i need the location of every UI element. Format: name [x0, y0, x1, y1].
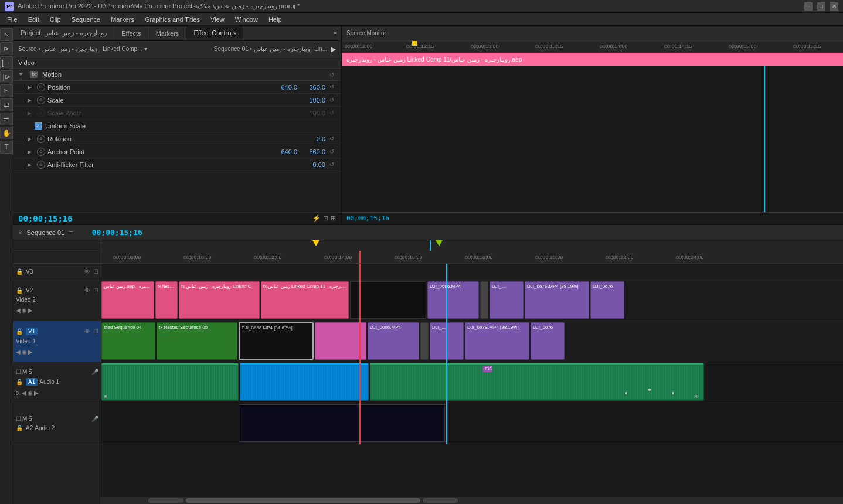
- window-controls[interactable]: ─ □ ✕: [804, 2, 838, 11]
- a1-mic[interactable]: 🎤: [91, 369, 98, 375]
- v1-clip-9[interactable]: DJI_0676: [531, 322, 565, 360]
- motion-expand[interactable]: ▼: [18, 71, 25, 77]
- v2-clip-8[interactable]: DJI_067S.MP4 [88.19%]: [525, 281, 589, 319]
- v3-camera[interactable]: ☐: [93, 268, 98, 275]
- a2-m[interactable]: M: [22, 416, 27, 422]
- menu-markers[interactable]: Markers: [106, 15, 139, 24]
- selection-tool[interactable]: ↖: [0, 28, 13, 41]
- position-x[interactable]: 640.0: [274, 84, 297, 91]
- v2-clip-1[interactable]: زمین عباس.aep - رویبارچیره: [101, 281, 154, 319]
- slip-tool[interactable]: ⇄: [0, 98, 13, 111]
- maximize-button[interactable]: □: [817, 2, 825, 11]
- ec-timecode[interactable]: 00;00;15;16: [18, 214, 73, 223]
- monitor-playhead-area[interactable]: [342, 66, 843, 212]
- v1-lock[interactable]: 🔒: [16, 328, 23, 335]
- anti-flicker-expand[interactable]: ▶: [28, 162, 35, 168]
- timeline-tab-close[interactable]: ×: [18, 229, 22, 236]
- rotation-expand[interactable]: ▶: [28, 136, 35, 142]
- scroll-thumb-right[interactable]: [423, 498, 458, 503]
- panel-menu-icon[interactable]: ≡: [330, 29, 341, 38]
- a1-s[interactable]: S: [28, 369, 32, 375]
- v2-lock[interactable]: 🔒: [16, 287, 23, 294]
- v2-camera[interactable]: ☐: [93, 287, 98, 294]
- expand-icon[interactable]: ⊞: [331, 214, 336, 222]
- tab-effect-controls[interactable]: Effect Controls: [186, 26, 243, 40]
- v2-next[interactable]: ◉: [22, 307, 27, 314]
- rotation-reset[interactable]: ↺: [328, 135, 336, 143]
- v1-clip-5[interactable]: DJI_0666.MP4: [368, 322, 419, 360]
- v1-clip-8[interactable]: DJI_067S.MP4 [88.19%]: [465, 322, 529, 360]
- zoom-tool[interactable]: T: [0, 141, 13, 154]
- track-select-tool[interactable]: ⊳: [0, 42, 13, 55]
- scale-expand[interactable]: ▶: [28, 97, 35, 103]
- menu-help[interactable]: Help: [264, 15, 287, 24]
- scale-reset[interactable]: ↺: [328, 96, 336, 104]
- anchor-point-expand[interactable]: ▶: [28, 149, 35, 155]
- timeline-ruler[interactable]: 00;00;08;00 00;00;10;00 00;00;12;00 00;0…: [101, 251, 843, 264]
- v2-clip-4[interactable]: fx زمین عباس Linked Comp 11 - رویبارچیره: [261, 281, 349, 319]
- a2-lock[interactable]: 🔒: [16, 425, 23, 431]
- rotation-value[interactable]: 0.0: [302, 135, 325, 142]
- slide-tool[interactable]: ⇌: [0, 113, 13, 125]
- v1-eye[interactable]: 👁: [84, 328, 90, 335]
- v2-clip-3[interactable]: fx رویبارچیره - زمین عباس Linked C: [179, 281, 260, 319]
- v1-camera[interactable]: ☐: [93, 328, 98, 335]
- menu-clip[interactable]: Clip: [45, 15, 66, 24]
- a1-vol[interactable]: 0.: [16, 390, 21, 396]
- razor-tool[interactable]: ✂: [0, 84, 13, 97]
- anchor-point-x[interactable]: 640.0: [274, 148, 297, 155]
- v3-eye[interactable]: 👁: [84, 268, 90, 275]
- a1-fwd[interactable]: ▶: [34, 390, 39, 396]
- position-y[interactable]: 360.0: [302, 84, 325, 91]
- v2-fwd[interactable]: ▶: [28, 307, 33, 314]
- v2-clip-black[interactable]: [350, 281, 426, 319]
- v2-clip-9[interactable]: DJI_0676: [590, 281, 624, 319]
- ripple-edit-tool[interactable]: [→: [0, 56, 13, 69]
- v2-clip-7[interactable]: DJI_...: [490, 281, 524, 319]
- rolling-edit-tool[interactable]: |⊳: [0, 70, 13, 83]
- v3-lock[interactable]: 🔒: [16, 268, 23, 275]
- timeline-tab-label[interactable]: Sequence 01: [26, 229, 64, 236]
- scroll-thumb[interactable]: [186, 498, 420, 503]
- filter-icon[interactable]: ⚡: [312, 214, 321, 222]
- menu-window[interactable]: Window: [230, 15, 263, 24]
- a2-mic[interactable]: 🎤: [91, 416, 98, 422]
- v1-clip-6[interactable]: [420, 322, 429, 360]
- timeline-tab-menu[interactable]: ≡: [69, 229, 73, 236]
- v1-clip-4[interactable]: [315, 322, 366, 360]
- tab-effects[interactable]: Effects: [114, 26, 148, 40]
- menu-sequence[interactable]: Sequence: [67, 15, 106, 24]
- tab-markers[interactable]: Markers: [149, 26, 187, 40]
- a1-lock[interactable]: 🔒: [16, 379, 23, 385]
- position-expand[interactable]: ▶: [28, 84, 35, 90]
- v2-eye[interactable]: 👁: [84, 287, 90, 294]
- play-button[interactable]: ▶: [331, 45, 336, 53]
- monitor-timecode[interactable]: 00;00;15;16: [346, 214, 389, 222]
- position-reset[interactable]: ↺: [328, 83, 336, 91]
- a1-next[interactable]: ◉: [28, 390, 33, 396]
- tab-project[interactable]: Project: رویبارچیره - زمین عباس: [13, 26, 114, 40]
- fit-icon[interactable]: ⊡: [323, 214, 328, 222]
- v2-clip-5[interactable]: DJI_0666.MP4: [427, 281, 479, 319]
- v2-clip-6[interactable]: [480, 281, 488, 319]
- a1-m[interactable]: M: [22, 369, 27, 375]
- v1-fwd[interactable]: ▶: [28, 349, 33, 355]
- seq-inout-ruler[interactable]: [101, 240, 843, 251]
- uniform-scale-checkbox[interactable]: [35, 122, 42, 130]
- v1-clip-1[interactable]: sted Sequence 04: [101, 322, 155, 360]
- menu-view[interactable]: View: [206, 15, 229, 24]
- v1-clip-2[interactable]: fx Nested Sequence 05: [157, 322, 237, 360]
- timeline-clips-area[interactable]: زمین عباس.aep - رویبارچیره fx Neste... f…: [101, 264, 843, 504]
- v2-prev[interactable]: ◀: [16, 307, 21, 314]
- v1-clip-selected[interactable]: DJI_0666.MP4 [84.62%]: [239, 322, 314, 360]
- anti-flicker-reset[interactable]: ↺: [328, 161, 336, 169]
- a1-clip-selected[interactable]: [240, 363, 369, 401]
- minimize-button[interactable]: ─: [804, 2, 813, 11]
- a1-clip-2[interactable]: FX R: [370, 363, 704, 401]
- motion-reset[interactable]: ↺: [328, 70, 336, 79]
- v2-clip-2[interactable]: fx Neste...: [155, 281, 178, 319]
- a1-clip-1[interactable]: R: [101, 363, 239, 401]
- scale-value[interactable]: 100.0: [302, 97, 325, 104]
- hand-tool[interactable]: ✋: [0, 127, 13, 139]
- scroll-thumb-left[interactable]: [148, 498, 183, 503]
